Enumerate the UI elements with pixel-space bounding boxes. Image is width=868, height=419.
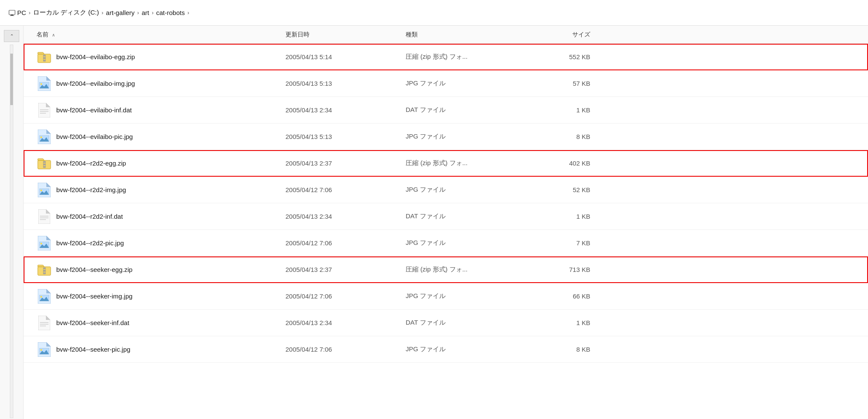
table-row[interactable]: bvw-f2004--evilaibo-egg.zip 2005/04/13 5… [24,44,868,70]
breadcrumb-cat-robots[interactable]: cat-robots [156,9,185,16]
scroll-up-button[interactable]: ⌃ [4,30,19,42]
file-name: bvw-f2004--r2d2-egg.zip [56,160,285,167]
svg-rect-29 [43,166,46,168]
breadcrumb-art[interactable]: art [142,9,149,16]
zip-file-icon [37,50,52,64]
file-date: 2005/04/13 2:34 [285,319,406,326]
svg-rect-6 [43,57,46,59]
file-type: JPG ファイル [406,239,526,247]
file-date: 2005/04/12 7:06 [285,186,406,193]
file-icon [36,156,52,171]
file-date: 2005/04/12 7:06 [285,239,406,247]
file-icon [36,49,52,65]
file-size: 1 KB [526,213,603,220]
table-row[interactable]: bvw-f2004--seeker-img.jpg 2005/04/12 7:0… [24,283,868,310]
file-type: JPG ファイル [406,292,526,300]
column-header-size[interactable]: サイズ [526,31,603,39]
svg-rect-50 [43,273,46,274]
svg-rect-2 [10,15,14,16]
svg-marker-20 [46,130,51,134]
file-size: 66 KB [526,292,603,300]
jpg-file-icon [38,76,51,91]
chevron-up-icon: ⌃ [10,33,14,39]
table-row[interactable]: bvw-f2004--seeker-pic.jpg 2005/04/12 7:0… [24,336,868,363]
table-row[interactable]: bvw-f2004--seeker-inf.dat 2005/04/13 2:3… [24,310,868,336]
file-size: 57 KB [526,80,603,87]
breadcrumb-bar: PC › ローカル ディスク (C:) › art-gallery › art … [0,0,868,26]
file-type: 圧縮 (zip 形式) フォ... [406,53,526,61]
breadcrumb-sep-4: › [152,9,153,16]
file-size: 8 KB [526,346,603,353]
jpg-file-icon [38,342,51,357]
svg-point-55 [40,296,42,298]
svg-rect-4 [43,55,46,56]
svg-marker-52 [46,289,51,293]
file-list-area: 名前 ∧ 更新日時 種類 サイズ bvw-f2004--evilaibo-egg… [24,26,868,419]
file-date: 2005/04/12 7:06 [285,346,406,353]
svg-rect-8 [43,60,46,61]
scroll-thumb[interactable] [10,54,13,105]
svg-marker-31 [46,183,51,187]
breadcrumb-sep-2: › [102,9,103,16]
table-row[interactable]: bvw-f2004--r2d2-egg.zip 2005/04/13 2:37 … [24,150,868,177]
svg-rect-25 [43,161,46,163]
svg-rect-0 [9,10,15,15]
dat-file-icon [38,316,50,330]
file-type: 圧縮 (zip 形式) フォ... [406,265,526,274]
svg-marker-62 [46,342,51,347]
table-row[interactable]: bvw-f2004--r2d2-pic.jpg 2005/04/12 7:06 … [24,230,868,256]
file-rows-container: bvw-f2004--evilaibo-egg.zip 2005/04/13 5… [24,44,868,363]
svg-rect-49 [43,271,46,273]
breadcrumb-sep-5: › [187,9,189,16]
breadcrumb-art-gallery[interactable]: art-gallery [106,9,135,16]
file-icon [36,235,52,251]
zip-file-icon [37,262,52,277]
jpg-file-icon [38,289,51,304]
jpg-file-icon [38,236,51,250]
svg-rect-47 [43,269,46,270]
table-row[interactable]: bvw-f2004--evilaibo-inf.dat 2005/04/13 2… [24,97,868,124]
file-icon [36,315,52,331]
file-name: bvw-f2004--evilaibo-pic.jpg [56,133,285,140]
scroll-sidebar: ⌃ [0,26,24,419]
table-row[interactable]: bvw-f2004--evilaibo-img.jpg 2005/04/13 5… [24,70,868,97]
zip-file-icon [37,156,52,171]
column-header-date[interactable]: 更新日時 [285,31,406,39]
file-type: DAT ファイル [406,319,526,327]
table-row[interactable]: bvw-f2004--r2d2-img.jpg 2005/04/12 7:06 … [24,177,868,203]
file-name: bvw-f2004--r2d2-inf.dat [56,213,285,220]
file-date: 2005/04/13 2:37 [285,266,406,273]
svg-marker-15 [46,103,50,107]
svg-rect-27 [43,164,46,165]
file-icon [36,209,52,224]
table-row[interactable]: bvw-f2004--evilaibo-pic.jpg 2005/04/13 5… [24,124,868,150]
file-name: bvw-f2004--evilaibo-egg.zip [56,53,285,60]
column-header-type[interactable]: 種類 [406,31,526,39]
file-name: bvw-f2004--seeker-egg.zip [56,266,285,273]
file-name: bvw-f2004--r2d2-pic.jpg [56,239,285,247]
table-row[interactable]: bvw-f2004--seeker-egg.zip 2005/04/13 2:3… [24,256,868,283]
svg-rect-48 [43,270,46,271]
breadcrumb-c-drive[interactable]: ローカル ディスク (C:) [33,9,99,17]
svg-rect-1 [11,15,13,15]
file-date: 2005/04/13 2:34 [285,213,406,220]
column-header-name[interactable]: 名前 ∧ [36,31,285,39]
file-name: bvw-f2004--evilaibo-img.jpg [56,80,285,87]
file-icon [36,182,52,198]
file-size: 713 KB [526,266,603,273]
table-row[interactable]: bvw-f2004--r2d2-inf.dat 2005/04/13 2:34 … [24,203,868,230]
file-name: bvw-f2004--r2d2-img.jpg [56,186,285,193]
file-name: bvw-f2004--evilaibo-inf.dat [56,106,285,114]
pc-icon [9,9,15,16]
dat-file-icon [38,209,50,224]
svg-rect-26 [43,163,46,164]
file-name: bvw-f2004--seeker-pic.jpg [56,346,285,353]
breadcrumb-pc[interactable]: PC [9,9,26,16]
file-icon [36,129,52,145]
main-content: ⌃ 名前 ∧ 更新日時 種類 サイズ [0,26,868,419]
file-icon [36,289,52,304]
scroll-track[interactable] [10,45,13,418]
svg-marker-10 [46,76,51,81]
sort-arrow-name: ∧ [52,33,55,37]
column-headers: 名前 ∧ 更新日時 種類 サイズ [24,26,868,44]
